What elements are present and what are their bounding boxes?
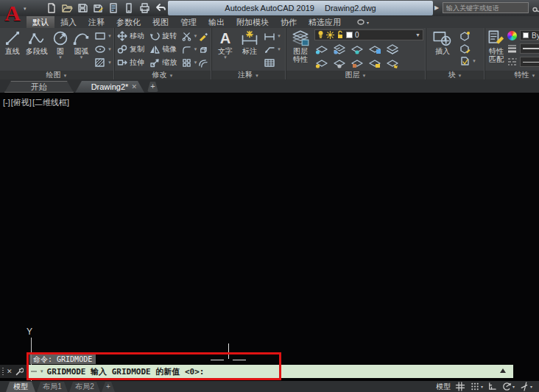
- layer-dropdown[interactable]: 0 ▼: [314, 29, 423, 40]
- share-icon[interactable]: [123, 2, 135, 14]
- polar-caret-icon[interactable]: ▾: [512, 384, 515, 389]
- linetype-dropdown[interactable]: ByLayer: [520, 57, 539, 67]
- undo-icon[interactable]: [154, 2, 166, 14]
- open-file-icon[interactable]: [61, 2, 73, 14]
- layout-tab-layout1[interactable]: 布局1: [37, 382, 68, 392]
- layer-tool-icon[interactable]: [367, 57, 382, 69]
- panel-label-block[interactable]: 块▼: [426, 71, 484, 79]
- save-as-icon[interactable]: [92, 2, 104, 14]
- mirror-button[interactable]: 镜像: [149, 43, 182, 56]
- create-block-button[interactable]: [459, 29, 476, 42]
- ribbon-tab-manage[interactable]: 管理: [175, 16, 202, 28]
- snap-caret-icon[interactable]: ▾: [481, 384, 483, 389]
- layout-tab-layout2[interactable]: 布局2: [69, 382, 100, 392]
- search-expand-icon[interactable]: ▶: [434, 4, 440, 13]
- panel-label-draw[interactable]: 绘图▼: [0, 71, 113, 79]
- ribbon-tab-collaborate[interactable]: 协作: [275, 16, 303, 28]
- visual-style-control[interactable]: [二维线框]: [32, 98, 69, 107]
- ellipse-button[interactable]: ▼: [94, 43, 112, 56]
- ribbon-tab-parametric[interactable]: 参数化: [110, 16, 147, 28]
- array-button[interactable]: ▼: [182, 56, 197, 69]
- object-color-dropdown[interactable]: ByLayer: [520, 30, 539, 40]
- command-window-grip[interactable]: [1, 367, 4, 376]
- ribbon-tab-featured[interactable]: 精选应用: [303, 16, 347, 28]
- panel-label-modify[interactable]: 修改▼: [115, 71, 211, 79]
- linear-dimension-button[interactable]: ▼: [264, 29, 281, 43]
- isodraft-caret-icon[interactable]: ▾: [530, 384, 532, 389]
- explode-button[interactable]: [198, 43, 209, 56]
- panel-label-properties[interactable]: 特性▼: [485, 71, 539, 79]
- isodraft-toggle[interactable]: ▾: [519, 382, 532, 391]
- layer-tool-icon[interactable]: [332, 43, 347, 55]
- command-close-icon[interactable]: ✕: [7, 368, 13, 375]
- layer-tool-icon[interactable]: [314, 43, 329, 55]
- dimension-button[interactable]: 标注: [236, 29, 263, 71]
- plot-stamp-icon[interactable]: [108, 2, 119, 14]
- lineweight-icon[interactable]: [507, 44, 517, 53]
- ribbon-tab-annotate[interactable]: 注释: [82, 16, 110, 28]
- application-menu-logo[interactable]: A: [1, 0, 24, 28]
- ribbon-tab-home[interactable]: 默认: [27, 16, 54, 28]
- panel-label-annotate[interactable]: 注释▼: [212, 71, 285, 79]
- save-icon[interactable]: [77, 2, 88, 14]
- snap-mode-toggle[interactable]: ▾: [470, 382, 483, 391]
- fillet-button[interactable]: ▼: [182, 43, 197, 56]
- print-icon[interactable]: [138, 2, 150, 14]
- layer-tool-icon[interactable]: [332, 57, 347, 69]
- block-attributes-button[interactable]: ▼: [459, 54, 476, 67]
- ribbon-tab-addins[interactable]: 附加模块: [230, 16, 275, 28]
- polyline-button[interactable]: 多段线: [23, 29, 51, 71]
- line-button[interactable]: 直线: [2, 29, 23, 71]
- new-layout-button[interactable]: +: [102, 382, 115, 392]
- ortho-mode-toggle[interactable]: [487, 382, 497, 391]
- stretch-button[interactable]: 拉伸: [117, 56, 149, 69]
- file-tab-drawing2[interactable]: Drawing2* ✕: [75, 81, 144, 93]
- edit-block-button[interactable]: [459, 42, 476, 54]
- layer-properties-button[interactable]: 图层 特性: [289, 29, 312, 71]
- layer-tool-icon[interactable]: [385, 57, 400, 69]
- color-wheel-icon[interactable]: [507, 31, 517, 40]
- view-control[interactable]: [俯视]: [11, 98, 32, 107]
- leader-button[interactable]: ▼: [264, 43, 281, 56]
- rectangle-button[interactable]: ▼: [94, 29, 112, 43]
- text-button[interactable]: A 文字 ▼: [214, 29, 236, 71]
- layer-dropdown-caret-icon[interactable]: ▼: [415, 32, 420, 38]
- table-button[interactable]: [264, 56, 281, 69]
- new-drawing-tab-button[interactable]: +: [147, 82, 158, 92]
- rotate-button[interactable]: 旋转: [149, 29, 182, 43]
- move-button[interactable]: 移动: [117, 29, 149, 43]
- layer-tool-icon[interactable]: [367, 43, 382, 55]
- insert-block-button[interactable]: 插入: [429, 29, 457, 71]
- model-space-toggle[interactable]: 模型: [436, 382, 451, 392]
- lineweight-dropdown[interactable]: ByLayer: [520, 43, 539, 54]
- search-input[interactable]: [443, 2, 529, 13]
- erase-button[interactable]: [198, 29, 209, 43]
- viewport-menu-control[interactable]: [-]: [3, 98, 10, 107]
- ribbon-tab-output[interactable]: 输出: [202, 16, 230, 28]
- search-binoculars-icon[interactable]: [532, 2, 539, 13]
- scale-button[interactable]: 缩放: [149, 56, 182, 69]
- file-tab-start[interactable]: 开始: [4, 81, 74, 93]
- file-tab-close-icon[interactable]: ✕: [131, 81, 137, 93]
- layer-tool-icon[interactable]: [350, 43, 364, 55]
- grid-display-toggle[interactable]: [455, 382, 465, 391]
- ribbon-display-toggle-icon[interactable]: ▾: [357, 16, 369, 28]
- polar-tracking-toggle[interactable]: ▾: [501, 382, 515, 391]
- layer-tool-icon[interactable]: [314, 57, 329, 69]
- layout-tab-model[interactable]: 模型: [6, 382, 35, 392]
- offset-button[interactable]: [198, 56, 209, 69]
- command-customize-wrench-icon[interactable]: [15, 367, 24, 376]
- panel-label-layers[interactable]: 图层▼: [286, 71, 425, 79]
- match-properties-button[interactable]: 特性 匹配: [487, 29, 505, 71]
- command-expand-arrow-icon[interactable]: [500, 368, 506, 373]
- layer-tool-icon[interactable]: [385, 43, 400, 55]
- ribbon-tab-view[interactable]: 视图: [147, 16, 175, 28]
- ribbon-tab-insert[interactable]: 插入: [54, 16, 82, 28]
- arc-button[interactable]: 圆弧 ▼: [70, 29, 93, 71]
- new-file-icon[interactable]: [46, 2, 57, 14]
- hatch-button[interactable]: ▼: [94, 56, 112, 69]
- trim-button[interactable]: ▼: [182, 29, 197, 43]
- circle-button[interactable]: 圆 ▼: [51, 29, 70, 71]
- drawing-canvas[interactable]: [-][俯视][二维线框] Y: [0, 93, 539, 381]
- application-menu-caret-icon[interactable]: ▾: [24, 6, 27, 12]
